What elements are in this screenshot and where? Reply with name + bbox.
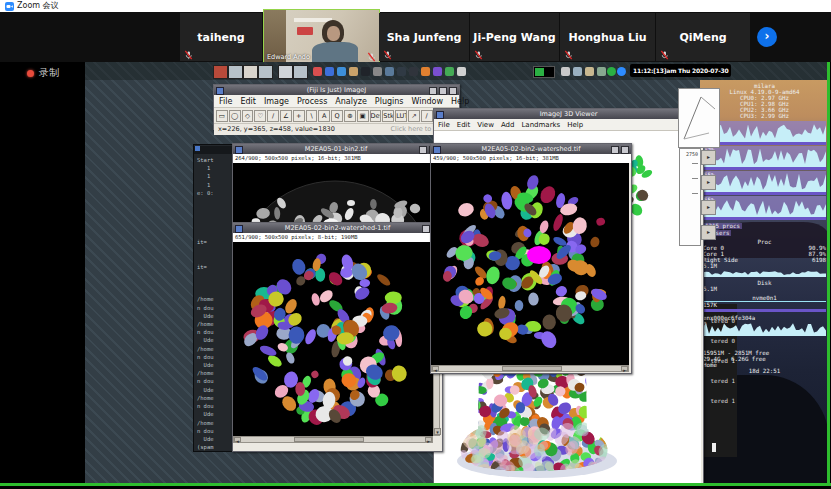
cpu-history-graph: [703, 146, 826, 167]
panel-arrow-button[interactable]: ▸: [701, 175, 716, 190]
participant-name: Edward Ando: [267, 53, 310, 61]
launcher-icon[interactable]: [361, 67, 370, 76]
participant-tile[interactable]: QiMeng: [656, 13, 750, 61]
watershed2-canvas[interactable]: [431, 163, 629, 366]
imagej-window-title: (Fiji Is Just) ImageJ: [307, 86, 367, 94]
panel-arrow-button[interactable]: ▸: [701, 225, 716, 240]
menu-item[interactable]: Edit: [457, 121, 471, 129]
tool-button[interactable]: A: [318, 110, 330, 122]
disk-rate: 157K: [703, 302, 826, 308]
tool-button[interactable]: \: [306, 110, 318, 122]
horizontal-scrollbar[interactable]: ◂▸: [233, 436, 433, 443]
launcher-icon[interactable]: [337, 67, 346, 76]
tool-button[interactable]: ↗: [408, 110, 420, 122]
muted-mic-icon: [184, 50, 193, 60]
launcher-icon[interactable]: [325, 67, 334, 76]
tool-button[interactable]: Dev: [370, 110, 382, 122]
participant-tile[interactable]: Sha Junfeng: [379, 13, 469, 61]
tool-button[interactable]: ⊕: [344, 110, 356, 122]
menu-item[interactable]: Add: [501, 121, 515, 129]
tray-icon[interactable]: [573, 67, 582, 76]
tray-icon[interactable]: [607, 67, 616, 76]
launcher-icon[interactable]: [433, 67, 442, 76]
menu-item[interactable]: Image: [264, 97, 289, 106]
tray-zoom-icon[interactable]: [617, 67, 626, 76]
watershed1-canvas[interactable]: [233, 242, 433, 436]
cpu-history-graph: [703, 121, 826, 142]
launcher-icon[interactable]: [373, 67, 382, 76]
launcher-icon[interactable]: [385, 67, 394, 76]
gray-image-titlebar[interactable]: M2EA05-01-bin2.tif: [233, 144, 439, 154]
watershed-labels-image: [233, 242, 433, 436]
tray-clipboard-icon[interactable]: [585, 67, 594, 76]
muted-mic-icon: [564, 50, 573, 60]
panel-arrow-button[interactable]: ▸: [701, 150, 716, 165]
taskbar-window-button[interactable]: [243, 65, 258, 79]
menu-item[interactable]: View: [477, 121, 494, 129]
tool-button[interactable]: Stk: [382, 110, 394, 122]
taskbar-window-button[interactable]: [258, 65, 273, 79]
screenshare-border-right: [827, 62, 830, 483]
launcher-icon-firefox[interactable]: [421, 67, 430, 76]
gray-image-info: 264/900; 500x500 pixels; 16-bit; 381MB: [233, 154, 439, 163]
taskbar-window-button[interactable]: [228, 65, 243, 79]
taskbar-clock[interactable]: 11:12:[13]am Thu 2020-07-30: [630, 64, 731, 77]
menu-item[interactable]: Help: [567, 121, 583, 129]
tray-icon[interactable]: [597, 67, 606, 76]
menu-item[interactable]: Landmarks: [521, 121, 560, 129]
participant-name: taiheng: [197, 31, 244, 44]
next-participants-button[interactable]: ›: [757, 27, 777, 47]
tool-button[interactable]: ▭: [216, 110, 228, 122]
tool-button[interactable]: /: [421, 110, 433, 122]
watershed2-titlebar[interactable]: M2EA05-02-bin2-watershed.tif: [431, 144, 631, 154]
panel-arrow-button[interactable]: ▸: [701, 200, 716, 215]
menu-item[interactable]: Process: [297, 97, 327, 106]
window-controls[interactable]: [611, 146, 629, 154]
app-titlebar: Zoom 会议: [0, 0, 831, 12]
launcher-icon[interactable]: [349, 67, 358, 76]
cpu-load-graphs: 53% 52% 55% 55%: [703, 121, 826, 217]
viewer3d-titlebar[interactable]: ImageJ 3D Viewer: [434, 109, 703, 119]
tool-button[interactable]: ◯: [229, 110, 241, 122]
taskbar-window-button[interactable]: [278, 65, 293, 79]
tool-button[interactable]: ♡: [254, 110, 266, 122]
tool-button[interactable]: ◇: [242, 110, 254, 122]
watershed1-title: M2EA05-02-bin2-watershed-1.tif: [285, 224, 390, 232]
menu-item[interactable]: File: [219, 97, 232, 106]
person-torso: [312, 42, 358, 64]
launcher-icon[interactable]: [457, 67, 466, 76]
menu-item[interactable]: File: [438, 121, 450, 129]
tray-volume-icon[interactable]: [561, 67, 570, 76]
taskbar-window-button[interactable]: [293, 65, 308, 79]
app-title: Zoom 会议: [17, 0, 59, 12]
taskbar-window-button[interactable]: [213, 65, 228, 79]
zoom-meeting-window: Zoom 会议 taiheng Edward Ando Sha Junfeng …: [0, 0, 831, 489]
cpu-load-graph: 55%: [703, 171, 826, 192]
menu-item[interactable]: Help: [451, 97, 469, 106]
tool-button[interactable]: Q: [331, 110, 343, 122]
tool-button[interactable]: +: [293, 110, 305, 122]
launcher-icon[interactable]: [397, 67, 406, 76]
watershed1-titlebar[interactable]: M2EA05-02-bin2-watershed-1.tif: [233, 223, 442, 233]
participant-tile[interactable]: Honghua Liu: [560, 13, 655, 61]
participant-tile[interactable]: taiheng: [180, 13, 262, 61]
tool-button[interactable]: LUT: [395, 110, 407, 122]
menu-item[interactable]: Edit: [240, 97, 256, 106]
launcher-icon[interactable]: [445, 67, 454, 76]
menu-item[interactable]: Plugins: [375, 97, 404, 106]
launcher-icon[interactable]: [409, 67, 418, 76]
tool-button[interactable]: /: [267, 110, 279, 122]
participant-video-tile[interactable]: Edward Ando: [263, 9, 380, 64]
imagej-titlebar[interactable]: (Fiji Is Just) ImageJ: [214, 85, 459, 95]
horizontal-scrollbar[interactable]: ◂▸: [431, 365, 629, 372]
tool-button[interactable]: ▣: [357, 110, 369, 122]
participant-tile[interactable]: Ji-Peng Wang: [470, 13, 559, 61]
menu-item[interactable]: Analyze: [335, 97, 367, 106]
tray-cpu-meter: [533, 66, 555, 78]
menu-item[interactable]: Window: [412, 97, 444, 106]
window-controls[interactable]: [429, 87, 457, 95]
launcher-icon[interactable]: [313, 67, 322, 76]
viewer3d-window-title: ImageJ 3D Viewer: [540, 110, 598, 118]
tool-button[interactable]: ∠: [280, 110, 292, 122]
imagej-menubar: FileEditImageProcessAnalyzePluginsWindow…: [214, 95, 459, 108]
